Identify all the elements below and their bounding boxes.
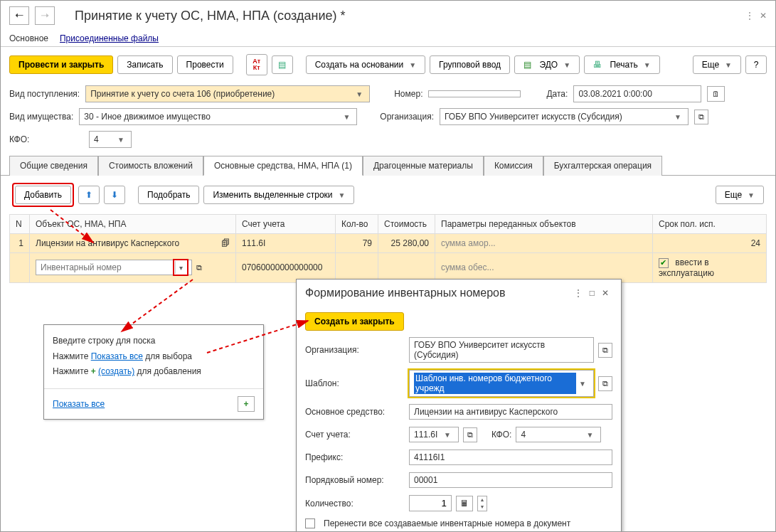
commission-checkbox[interactable] [659, 258, 669, 268]
save-button[interactable]: Записать [117, 55, 172, 74]
move-down-button[interactable]: ⬇ [104, 186, 125, 204]
tab-cost[interactable]: Стоимость вложений [98, 156, 203, 176]
chevron-down-icon: ▼ [563, 61, 570, 69]
inventory-dropdown-button[interactable]: ▾ [175, 261, 186, 274]
inventory-number-input[interactable] [39, 262, 173, 273]
chevron-down-icon[interactable]: ▼ [341, 113, 352, 121]
close-icon[interactable]: ✕ [598, 288, 612, 298]
add-button[interactable]: Добавить [15, 186, 71, 204]
cell-object-text: Лицензии на антивирус Касперского [36, 238, 179, 248]
pick-button[interactable]: Подобрать [138, 186, 199, 204]
date-value: 03.08.2021 0:00:00 [578, 89, 652, 99]
dlg-org-label: Организация: [305, 345, 405, 355]
tab-precious[interactable]: Драгоценные материалы [363, 156, 484, 176]
tab-committee[interactable]: Комиссия [484, 156, 543, 176]
page-title: Принятие к учету ОС, НМА, НПА (создание)… [75, 9, 740, 23]
dlg-template-label: Шаблон: [305, 378, 405, 388]
dialog-create-close-button[interactable]: Создать и закрыть [305, 312, 404, 331]
post-button[interactable]: Провести [177, 55, 233, 74]
kebab-icon[interactable]: ⋮ [745, 11, 754, 21]
edit-selected-button[interactable]: Изменить выделенные строки▼ [203, 186, 354, 204]
close-icon[interactable]: ✕ [760, 11, 767, 21]
kfo-field[interactable]: 4 ▼ [89, 131, 132, 148]
org-value: ГОБУ ВПО Университет искусств (Субсидия) [445, 112, 622, 122]
dlg-account-field[interactable]: 111.6I ▼ [409, 427, 459, 442]
inventory-number-field[interactable]: ▾ [36, 260, 192, 275]
dlg-prefix-value: 41116I1 [414, 452, 445, 462]
dlg-template-field[interactable]: Шаблон инв. номеров бюджетного учрежд ▼ [409, 370, 594, 397]
maximize-icon[interactable]: □ [586, 288, 598, 298]
post-and-close-button[interactable]: Провести и закрыть [9, 55, 113, 74]
nav-forward-button[interactable]: 🠒 [35, 6, 55, 25]
cell-object: Лицензии на антивирус Касперского 🗐 [30, 234, 236, 253]
chevron-down-icon: ▼ [748, 191, 755, 199]
col-params: Параметры переданных объектов [435, 215, 653, 234]
dlg-kfo-field[interactable]: 4 ▼ [516, 427, 601, 442]
tab-assets[interactable]: Основные средства, НМА, НПА (1) [203, 156, 363, 176]
dlg-asset-field[interactable]: Лицензии на антивирус Касперского [409, 404, 612, 420]
show-all-link[interactable]: Показать все [91, 351, 143, 361]
kfo-value: 4 [94, 134, 99, 144]
tab-attachments[interactable]: Присоединенные файлы [60, 33, 159, 43]
table-row[interactable]: 1 Лицензии на антивирус Касперского 🗐 11… [10, 234, 767, 253]
debit-credit-icon[interactable]: АтКт [246, 54, 267, 75]
kebab-icon[interactable]: ⋮ [570, 288, 586, 298]
dlg-prefix-field[interactable]: 41116I1 [409, 449, 612, 465]
group-input-button[interactable]: Групповой ввод [430, 55, 510, 74]
open-icon[interactable]: ⧉ [463, 427, 477, 442]
step-up[interactable]: ▲ [478, 496, 487, 504]
dlg-org-field[interactable]: ГОБУ ВПО Университет искусств (Субсидия) [409, 337, 594, 363]
table-more-button[interactable]: Еще▼ [716, 186, 764, 204]
doc-icon: ▤ [523, 60, 531, 70]
show-all-footer-link[interactable]: Показать все [53, 399, 105, 409]
search-hint-3: Нажмите + (создать) для добавления [53, 364, 255, 380]
open-icon[interactable]: ⧉ [694, 110, 708, 124]
dlg-seq-field[interactable]: 00001 [409, 472, 612, 488]
move-up-button[interactable]: ⬆ [78, 186, 100, 204]
property-kind-field[interactable]: 30 - Иное движимое имущество ▼ [79, 108, 357, 125]
tab-accounting[interactable]: Бухгалтерская операция [543, 156, 662, 176]
chevron-down-icon[interactable]: ▼ [115, 136, 127, 144]
col-qty: Кол-во [336, 215, 378, 234]
chevron-down-icon[interactable]: ▼ [583, 431, 596, 439]
dlg-account-label: Счет учета: [305, 430, 405, 440]
report-icon[interactable]: ▤ [272, 55, 293, 74]
tab-main[interactable]: Основное [9, 33, 48, 43]
assets-table: N Объект ОС, НМА, НПА Счет учета Кол-во … [9, 214, 767, 283]
chevron-down-icon[interactable]: ▼ [576, 380, 589, 388]
print-button[interactable]: 🖶 Печать▼ [584, 55, 660, 74]
receipt-type-field[interactable]: Принятие к учету со счета 106 (приобрете… [85, 85, 370, 102]
chevron-down-icon[interactable]: ▼ [441, 431, 454, 439]
edo-button[interactable]: ▤ ЭДО▼ [514, 55, 580, 74]
col-cost: Стоимость [378, 215, 435, 234]
add-new-button[interactable]: + [238, 396, 255, 412]
dlg-account-value: 111.6I [414, 430, 437, 440]
calendar-icon[interactable] [691, 90, 697, 98]
dlg-qty-input[interactable] [409, 495, 452, 511]
date-field[interactable]: 03.08.2021 0:00:00 [573, 85, 701, 102]
number-field[interactable] [428, 90, 521, 97]
open-icon[interactable]: ⧉ [194, 263, 204, 272]
step-down[interactable]: ▼ [478, 504, 487, 511]
qty-stepper[interactable]: ▲▼ [477, 496, 487, 511]
calendar-icon[interactable]: 🗓 [707, 86, 725, 102]
chevron-down-icon[interactable]: ▼ [672, 113, 684, 121]
dlg-prefix-label: Префикс: [305, 452, 405, 462]
open-icon[interactable]: ⧉ [598, 343, 612, 358]
create-based-button[interactable]: Создать на основании▼ [306, 55, 425, 74]
transfer-checkbox[interactable] [305, 518, 315, 528]
cell-empty [10, 253, 30, 283]
nav-back-button[interactable]: 🠐 [9, 6, 29, 25]
copy-icon[interactable]: 🗐 [221, 238, 230, 248]
chevron-down-icon: ▼ [409, 61, 416, 69]
edit-selected-label: Изменить выделенные строки [213, 190, 332, 200]
org-field[interactable]: ГОБУ ВПО Университет искусств (Субсидия)… [440, 108, 689, 125]
help-button[interactable]: ? [745, 55, 767, 74]
open-icon[interactable]: ⧉ [598, 376, 612, 391]
chevron-down-icon[interactable]: ▼ [354, 90, 365, 98]
search-hint-1: Введите строку для поска [53, 334, 255, 349]
tab-general[interactable]: Общие сведения [9, 156, 98, 176]
create-link[interactable]: (создать) [98, 366, 134, 376]
more-button[interactable]: Еще▼ [693, 55, 741, 74]
calculator-icon[interactable]: 🖩 [456, 496, 473, 511]
